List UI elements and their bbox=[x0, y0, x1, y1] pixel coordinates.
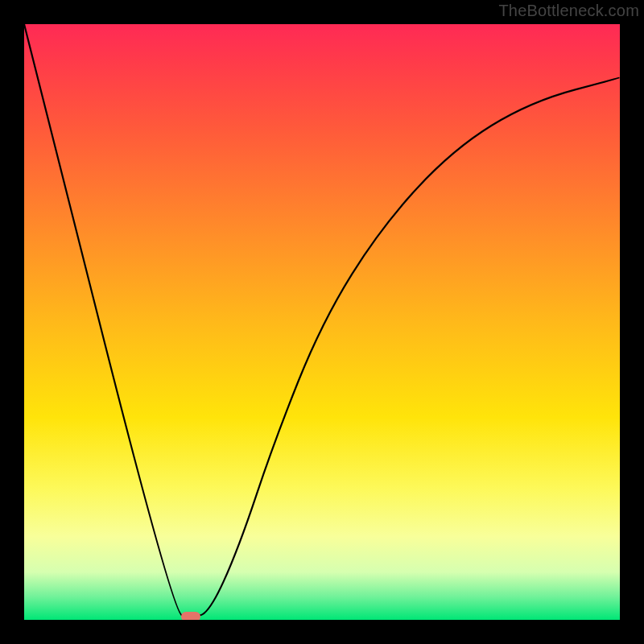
plot-area bbox=[24, 24, 620, 620]
dip-marker bbox=[181, 612, 200, 620]
chart-frame: TheBottleneck.com bbox=[0, 0, 644, 644]
watermark-text: TheBottleneck.com bbox=[498, 2, 639, 20]
curve-line bbox=[24, 24, 620, 620]
